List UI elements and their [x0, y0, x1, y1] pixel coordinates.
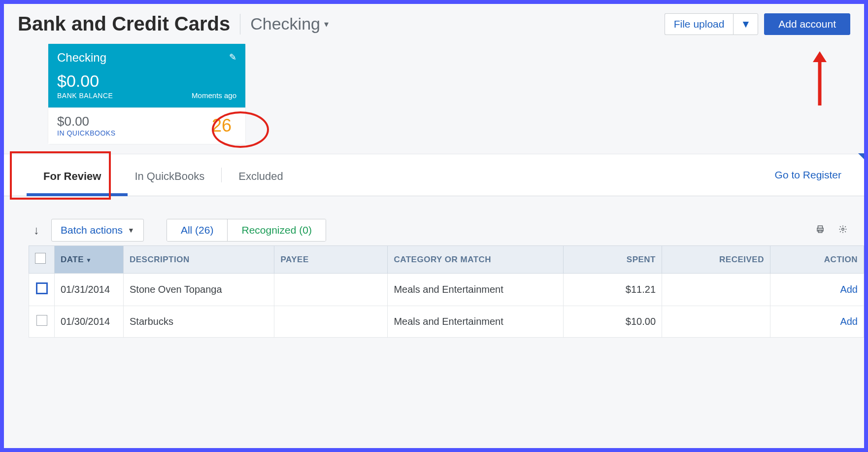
page-title: Bank and Credit Cards — [18, 13, 230, 35]
caret-down-icon: ▼ — [128, 226, 134, 234]
table-row[interactable]: 01/31/2014 Stone Oven Topanga Meals and … — [29, 274, 864, 306]
file-upload-dropdown[interactable]: ▼ — [733, 13, 758, 35]
add-account-button[interactable]: Add account — [764, 13, 850, 35]
account-name: Checking — [57, 51, 236, 65]
cell-description: Starbucks — [124, 306, 274, 338]
account-selector-label: Checking — [250, 14, 320, 34]
corner-handle[interactable] — [858, 153, 864, 160]
cell-spent: $11.21 — [564, 274, 662, 306]
updated-ago: Moments ago — [192, 91, 236, 100]
col-spent[interactable]: SPENT — [564, 246, 662, 274]
cell-category[interactable]: Meals and Entertainment — [388, 274, 564, 306]
tabs-bar: For Review In QuickBooks Excluded Go to … — [4, 154, 864, 196]
header-divider — [240, 14, 240, 35]
tab-in-quickbooks[interactable]: In QuickBooks — [118, 154, 221, 196]
account-card[interactable]: Checking ✎ $0.00 BANK BALANCE Moments ag… — [48, 44, 245, 144]
col-date[interactable]: DATE▼ — [55, 246, 124, 274]
transactions-table: DATE▼ DESCRIPTION PAYEE CATEGORY OR MATC… — [29, 245, 864, 338]
tab-underline — [27, 193, 128, 196]
tab-for-review[interactable]: For Review — [27, 154, 118, 196]
row-checkbox[interactable] — [36, 315, 47, 326]
table-toolbar: ↓ Batch actions ▼ All (26) Recognized (0… — [4, 196, 864, 245]
filter-segment: All (26) Recognized (0) — [167, 219, 326, 242]
select-all-checkbox[interactable] — [35, 253, 46, 264]
col-category[interactable]: CATEGORY OR MATCH — [388, 246, 564, 274]
batch-actions-dropdown[interactable]: Batch actions ▼ — [51, 219, 144, 242]
gear-icon[interactable] — [835, 222, 850, 239]
cell-date: 01/31/2014 — [55, 274, 124, 306]
qb-balance-label: IN QUICKBOOKS — [57, 129, 116, 137]
pending-count: 26 — [212, 115, 236, 136]
filter-all-button[interactable]: All (26) — [167, 219, 228, 241]
page-header: Bank and Credit Cards Checking ▾ File up… — [4, 4, 864, 44]
qb-balance: $0.00 — [57, 114, 116, 129]
col-payee[interactable]: PAYEE — [274, 246, 388, 274]
file-upload-group: File upload ▼ — [665, 13, 759, 35]
bank-balance: $0.00 — [57, 71, 236, 91]
col-received[interactable]: RECEIVED — [662, 246, 770, 274]
pencil-icon[interactable]: ✎ — [229, 52, 236, 63]
cell-description: Stone Oven Topanga — [124, 274, 274, 306]
caret-down-icon: ▼ — [740, 18, 751, 30]
cell-received — [662, 274, 770, 306]
caret-down-icon: ▼ — [86, 257, 92, 264]
row-checkbox[interactable] — [36, 282, 48, 294]
account-card-bottom: $0.00 IN QUICKBOOKS 26 — [48, 107, 245, 144]
col-action[interactable]: ACTION — [770, 246, 864, 274]
add-action-link[interactable]: Add — [840, 284, 858, 295]
svg-point-3 — [842, 228, 844, 230]
sort-arrow-icon[interactable]: ↓ — [33, 223, 39, 237]
add-action-link[interactable]: Add — [840, 316, 858, 327]
cell-payee — [274, 274, 388, 306]
filter-recognized-button[interactable]: Recognized (0) — [227, 219, 325, 241]
caret-down-icon: ▾ — [324, 19, 329, 30]
print-icon[interactable] — [813, 222, 828, 239]
go-to-register-link[interactable]: Go to Register — [775, 169, 850, 181]
cell-date: 01/30/2014 — [55, 306, 124, 338]
table-row[interactable]: 01/30/2014 Starbucks Meals and Entertain… — [29, 306, 864, 338]
cell-payee — [274, 306, 388, 338]
cell-category[interactable]: Meals and Entertainment — [388, 306, 564, 338]
batch-actions-label: Batch actions — [61, 224, 123, 236]
col-description[interactable]: DESCRIPTION — [124, 246, 274, 274]
cell-received — [662, 306, 770, 338]
account-selector[interactable]: Checking ▾ — [250, 14, 329, 34]
col-checkbox — [29, 246, 55, 274]
file-upload-button[interactable]: File upload — [665, 13, 734, 35]
tab-excluded[interactable]: Excluded — [222, 154, 300, 196]
account-card-top: Checking ✎ $0.00 BANK BALANCE Moments ag… — [48, 44, 245, 107]
cell-spent: $10.00 — [564, 306, 662, 338]
